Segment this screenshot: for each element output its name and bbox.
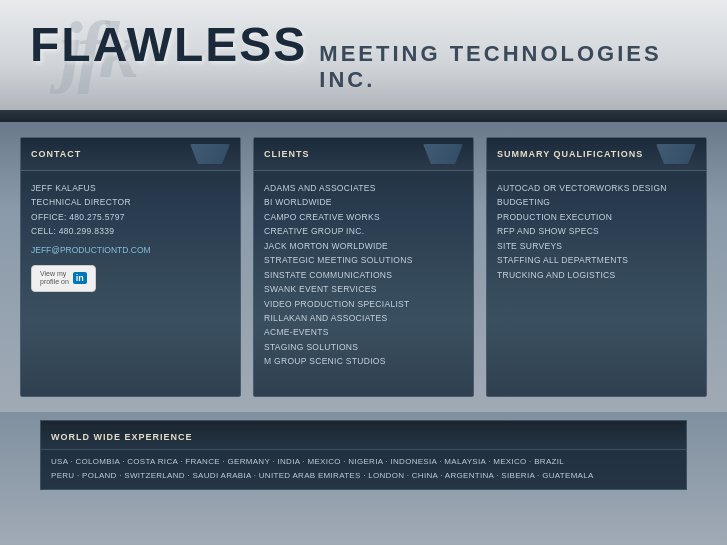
- main-content: CONTACT Jeff Kalafus Technical Director …: [0, 122, 727, 412]
- linkedin-button[interactable]: View my profile on in: [31, 265, 96, 292]
- summary-title: SUMMARY QUALIFICATIONS: [497, 149, 643, 159]
- contact-cell: Cell: 480.299.8339: [31, 224, 230, 238]
- contact-name: Jeff Kalafus: [31, 181, 230, 195]
- client-item: Jack Morton WorldWide: [264, 239, 463, 253]
- summary-header-decoration: [656, 144, 696, 164]
- linkedin-icon: in: [73, 272, 87, 284]
- cell-label: Cell:: [31, 226, 59, 236]
- clients-card-header: CLIENTS: [254, 138, 473, 171]
- footer-section: WORLD WIDE EXPERIENCE USA · Colombia · C…: [0, 412, 727, 545]
- summary-card-header: SUMMARY QUALIFICATIONS: [487, 138, 706, 171]
- summary-item: Trucking and Logistics: [497, 268, 696, 282]
- summary-item: Site Surveys: [497, 239, 696, 253]
- client-item: Swank Event Services: [264, 282, 463, 296]
- header-decoration: [190, 144, 230, 164]
- world-line2: Peru · Poland · Switzerland · Saudi Arab…: [51, 469, 676, 483]
- clients-header-decoration: [423, 144, 463, 164]
- header: jfk FLAWLESS MEETING TECHNOLOGIES INC.: [0, 0, 727, 110]
- client-item: M Group Scenic Studios: [264, 354, 463, 368]
- summary-card: SUMMARY QUALIFICATIONS AutoCad or Vector…: [486, 137, 707, 397]
- client-item: Staging Solutions: [264, 340, 463, 354]
- client-item: Sinstate Communications: [264, 268, 463, 282]
- logo-sub: MEETING TECHNOLOGIES INC.: [319, 41, 697, 93]
- client-item: ACME-Events: [264, 325, 463, 339]
- summary-item: AutoCad or Vectorworks Design: [497, 181, 696, 195]
- contact-card-header: CONTACT: [21, 138, 240, 171]
- client-item: Campo Creative Works: [264, 210, 463, 224]
- linkedin-view: View my: [40, 270, 66, 277]
- contact-office: Office: 480.275.5797: [31, 210, 230, 224]
- world-line1: USA · Colombia · Costa Rica · France · G…: [51, 455, 676, 469]
- world-section: WORLD WIDE EXPERIENCE USA · Colombia · C…: [40, 420, 687, 490]
- contact-email[interactable]: JEFF@PRODUCTIONTD.COM: [31, 245, 151, 255]
- cell-phone: 480.299.8339: [59, 226, 115, 236]
- client-item: Strategic Meeting Solutions: [264, 253, 463, 267]
- office-phone: 480.275.5797: [69, 212, 125, 222]
- contact-body: Jeff Kalafus Technical Director Office: …: [21, 171, 240, 302]
- client-item: Adams and Associates: [264, 181, 463, 195]
- summary-body: AutoCad or Vectorworks DesignBudgetingPr…: [487, 171, 706, 292]
- contact-role: Technical Director: [31, 195, 230, 209]
- clients-card: CLIENTS Adams and AssociatesBI WorldWide…: [253, 137, 474, 397]
- logo-main: FLAWLESS: [30, 17, 307, 72]
- clients-body: Adams and AssociatesBI WorldWideCampo Cr…: [254, 171, 473, 379]
- contact-title: CONTACT: [31, 149, 81, 159]
- header-logo: FLAWLESS MEETING TECHNOLOGIES INC.: [30, 17, 697, 93]
- client-item: Creative Group Inc.: [264, 224, 463, 238]
- page-wrapper: jfk FLAWLESS MEETING TECHNOLOGIES INC. C…: [0, 0, 727, 545]
- client-item: BI WorldWide: [264, 195, 463, 209]
- summary-item: Production Execution: [497, 210, 696, 224]
- clients-title: CLIENTS: [264, 149, 310, 159]
- linkedin-profile-text: profile on: [40, 278, 69, 285]
- office-label: Office:: [31, 212, 69, 222]
- summary-item: RFP and Show Specs: [497, 224, 696, 238]
- dark-banner: [0, 110, 727, 122]
- world-title: WORLD WIDE EXPERIENCE: [51, 432, 193, 442]
- contact-card: CONTACT Jeff Kalafus Technical Director …: [20, 137, 241, 397]
- client-item: Rillakan and Associates: [264, 311, 463, 325]
- client-item: Video Production Specialist: [264, 297, 463, 311]
- world-body: USA · Colombia · Costa Rica · France · G…: [41, 450, 686, 489]
- summary-item: Budgeting: [497, 195, 696, 209]
- summary-item: Staffing All Departments: [497, 253, 696, 267]
- world-header: WORLD WIDE EXPERIENCE: [41, 421, 686, 450]
